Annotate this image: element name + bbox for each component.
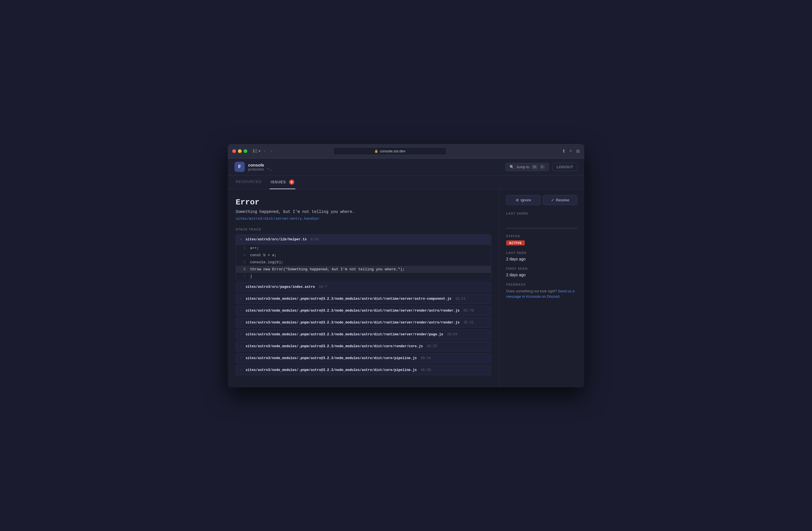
search-icon: 🔍 [510, 165, 514, 169]
frame-location-7: 99:34 [421, 356, 431, 360]
frame-path-6: sites/astro3/node_modules/.pnpm/astro@3.… [246, 344, 423, 348]
app-header: F console production ⌃⌄ 🔍 Jump to ⌘ K LO… [228, 159, 584, 176]
feedback-section: FEEDBACK Does something not look right? … [506, 283, 578, 299]
stack-frame-header-4[interactable]: › sites/astro3/node_modules/.pnpm/astro@… [236, 318, 491, 327]
app-logo: F console production ⌃⌄ [234, 162, 272, 172]
sidebar-panel: ⊘ Ignore ✓ Resolve LAST 24HRS STATUS [499, 189, 584, 387]
sidebar-toggle[interactable]: ▾ [253, 149, 261, 153]
expand-icon-4: › [240, 321, 243, 324]
last-24hrs-label: LAST 24HRS [506, 212, 578, 215]
sidebar-toggle-arrow: ▾ [259, 149, 261, 153]
ignore-label: Ignore [521, 198, 531, 202]
stack-frame-0: ▾ sites/astro3/src/lib/helper.ts 6:42 3 … [236, 234, 491, 280]
browser-actions: ⬆ + ⊞ [562, 148, 580, 154]
stack-frame-header-8[interactable]: › sites/astro3/node_modules/.pnpm/astro@… [236, 365, 491, 375]
close-button[interactable] [232, 149, 236, 153]
jump-to-button[interactable]: 🔍 Jump to ⌘ K [505, 163, 549, 171]
last-seen-section: LAST SEEN 2 days ago [506, 251, 578, 261]
stack-frame-header-1[interactable]: › sites/astro3/src/pages/index.astro 10:… [236, 282, 491, 292]
code-line-4: 4 const b = a; [236, 252, 491, 259]
error-message: Something happened, but I'm not telling … [236, 209, 491, 214]
stack-frame-3: › sites/astro3/node_modules/.pnpm/astro@… [236, 306, 491, 316]
stack-frame-2: › sites/astro3/node_modules/.pnpm/astro@… [236, 294, 491, 304]
tab-resources[interactable]: RESOURCES [234, 176, 263, 189]
code-line-3: 3 a++; [236, 245, 491, 252]
tab-issues[interactable]: ISSUES 9 [270, 176, 296, 189]
traffic-lights [232, 149, 247, 153]
expand-icon-3: › [240, 309, 243, 312]
frame-location-2: 18:21 [455, 297, 465, 301]
issue-panel: Error Something happened, but I'm not te… [228, 189, 499, 387]
stack-frame-8: › sites/astro3/node_modules/.pnpm/astro@… [236, 365, 491, 375]
svg-rect-0 [253, 149, 255, 153]
share-button[interactable]: ⬆ [562, 148, 566, 154]
action-buttons: ⊘ Ignore ✓ Resolve [506, 195, 578, 205]
resolve-label: Resolve [556, 198, 569, 202]
kbd-cmd: ⌘ [532, 165, 538, 169]
forward-button[interactable]: › [269, 148, 274, 154]
code-line-5: 5 console.log(b); [236, 259, 491, 266]
stack-frame-header-2[interactable]: › sites/astro3/node_modules/.pnpm/astro@… [236, 294, 491, 304]
frame-location-8: 46:30 [421, 368, 431, 372]
nav-tabs: RESOURCES ISSUES 9 [228, 176, 584, 189]
address-bar[interactable]: 🔒 console.sst.dev [333, 147, 447, 155]
frame-path-4: sites/astro3/node_modules/.pnpm/astro@3.… [246, 321, 460, 325]
resolve-button[interactable]: ✓ Resolve [543, 195, 578, 205]
error-title: Error [236, 198, 491, 207]
frame-location-0: 6:42 [311, 237, 319, 241]
grid-view-button[interactable]: ⊞ [576, 148, 580, 154]
stack-frame-header-3[interactable]: › sites/astro3/node_modules/.pnpm/astro@… [236, 306, 491, 315]
main-content: Error Something happened, but I'm not te… [228, 189, 584, 387]
issues-badge: 9 [289, 179, 294, 185]
new-tab-button[interactable]: + [569, 148, 572, 153]
logo-badge: F [234, 162, 245, 172]
status-badge: ACTIVE [506, 240, 525, 246]
browser-controls: ▾ ‹ › [253, 148, 274, 154]
stack-frame-6: › sites/astro3/node_modules/.pnpm/astro@… [236, 341, 491, 352]
back-button[interactable]: ‹ [263, 148, 267, 154]
ignore-button[interactable]: ⊘ Ignore [506, 195, 541, 205]
env-toggle-button[interactable]: ⌃⌄ [266, 167, 272, 171]
expand-icon-5: › [240, 333, 243, 336]
maximize-button[interactable] [244, 149, 247, 153]
stack-frame-1: › sites/astro3/src/pages/index.astro 10:… [236, 282, 491, 292]
app-name: console [248, 163, 272, 167]
frame-location-5: 29:94 [447, 333, 458, 337]
frame-path-8: sites/astro3/node_modules/.pnpm/astro@3.… [246, 368, 417, 372]
jump-to-label: Jump to [516, 165, 530, 169]
stack-frame-header-0[interactable]: ▾ sites/astro3/src/lib/helper.ts 6:42 [236, 235, 491, 245]
logout-button[interactable]: LOGOUT [552, 163, 578, 171]
first-seen-section: FIRST SEEN 2 days ago [506, 267, 578, 277]
frame-path-3: sites/astro3/node_modules/.pnpm/astro@3.… [246, 309, 460, 313]
resolve-icon: ✓ [551, 198, 554, 202]
app-env: production ⌃⌄ [248, 167, 272, 171]
svg-rect-1 [255, 149, 258, 150]
stack-frame-5: › sites/astro3/node_modules/.pnpm/astro@… [236, 329, 491, 340]
error-source-link[interactable]: sites/astro3/dist/server/entry.handler [236, 217, 319, 221]
status-section: STATUS ACTIVE [506, 234, 578, 246]
frame-location-6: 45:25 [427, 344, 437, 348]
activity-chart [506, 218, 578, 229]
svg-rect-3 [255, 152, 258, 153]
ignore-icon: ⊘ [516, 198, 519, 202]
minimize-button[interactable] [238, 149, 242, 153]
url-display: console.sst.dev [380, 149, 405, 153]
expand-icon-6: › [240, 345, 243, 348]
last-seen-value: 2 days ago [506, 257, 578, 261]
expand-icon-2: › [240, 297, 243, 300]
last-seen-label: LAST SEEN [506, 251, 578, 254]
expand-icon-8: › [240, 368, 243, 371]
stack-frame-header-7[interactable]: › sites/astro3/node_modules/.pnpm/astro@… [236, 353, 491, 363]
frame-path-2: sites/astro3/node_modules/.pnpm/astro@3.… [246, 297, 451, 301]
stack-frame-header-5[interactable]: › sites/astro3/node_modules/.pnpm/astro@… [236, 330, 491, 339]
frame-path-0: sites/astro3/src/lib/helper.ts [246, 237, 307, 241]
code-block-0: 3 a++; 4 const b = a; 5 console.log(b); … [236, 245, 491, 280]
first-seen-label: FIRST SEEN [506, 267, 578, 270]
stack-frame-header-6[interactable]: › sites/astro3/node_modules/.pnpm/astro@… [236, 342, 491, 351]
collapse-icon-0: ▾ [240, 238, 243, 241]
issues-tab-label: ISSUES [271, 180, 286, 184]
last-24hrs-section: LAST 24HRS [506, 212, 578, 229]
frame-location-1: 10:7 [319, 285, 327, 289]
svg-rect-2 [255, 151, 258, 151]
stack-trace-label: STACK TRACE [236, 227, 491, 231]
